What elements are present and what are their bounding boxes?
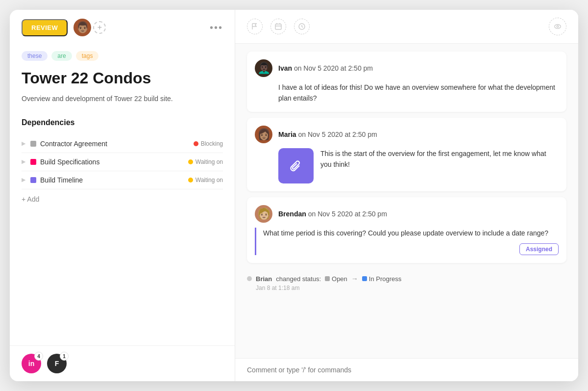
comment-meta: Brendan on Nov 5 2020 at 2:50 pm (278, 210, 387, 218)
add-member-button[interactable]: + (93, 21, 106, 34)
status-label: Waiting on (196, 158, 223, 165)
assigned-badge[interactable]: Assigned (519, 243, 559, 255)
comment-text: I have a lot of ideas for this! Do we ha… (278, 82, 559, 104)
tag-are[interactable]: are (51, 51, 72, 61)
avatar-brendan (255, 205, 272, 223)
right-panel: Ivan on Nov 5 2020 at 2:50 pm I have a l… (235, 10, 578, 381)
svg-rect-0 (275, 24, 281, 29)
tag-tags[interactable]: tags (76, 51, 99, 61)
dep-color (30, 159, 36, 165)
comment-block: Maria on Nov 5 2020 at 2:50 pm This is t… (247, 118, 566, 191)
status-dot-waiting (188, 159, 193, 164)
comment-text: This is the start of the overview for th… (320, 148, 559, 170)
dependency-item[interactable]: ▶ Contractor Agreement Blocking (22, 135, 223, 153)
dep-name: Build Specifications (40, 158, 184, 166)
dep-color (30, 141, 36, 147)
status-label: Waiting on (196, 177, 223, 183)
comment-author-line: Ivan on Nov 5 2020 at 2:50 pm (278, 64, 373, 72)
status-action: changed status: (276, 275, 321, 283)
comment-author: Ivan (278, 64, 292, 72)
calendar-icon-button[interactable] (270, 19, 286, 34)
svg-point-2 (555, 25, 561, 28)
right-header (235, 10, 578, 44)
dep-status: Waiting on (188, 177, 223, 183)
right-footer (235, 358, 578, 381)
avatar-maria (255, 126, 272, 143)
left-header: REVIEW + ••• (10, 10, 235, 45)
more-options-button[interactable]: ••• (210, 22, 223, 33)
assigned-row: Assigned (287, 243, 559, 255)
left-panel: REVIEW + ••• these are tags Tower 22 Con… (10, 10, 235, 381)
comment-author-line: Maria on Nov 5 2020 at 2:50 pm (278, 130, 377, 138)
tag-these[interactable]: these (22, 51, 48, 61)
dep-status: Blocking (194, 140, 223, 147)
expand-icon: ▶ (22, 177, 25, 183)
comment-header: Maria on Nov 5 2020 at 2:50 pm (255, 126, 559, 143)
dep-status: Waiting on (188, 158, 223, 165)
status-label: Blocking (201, 140, 223, 147)
comment-with-attachment: This is the start of the overview for th… (278, 148, 559, 183)
left-footer: in 4 F 1 (10, 345, 235, 381)
review-button[interactable]: REVIEW (22, 19, 68, 36)
notion-count: 4 (34, 352, 43, 361)
comment-block-brendan: Brendan on Nov 5 2020 at 2:50 pm What ti… (247, 197, 566, 263)
eye-icon-button[interactable] (549, 18, 566, 35)
status-arrow: → (351, 275, 358, 283)
dep-name: Build Timeline (40, 176, 184, 184)
dependency-list: ▶ Contractor Agreement Blocking ▶ Build … (22, 135, 223, 189)
figma-icon: F (55, 360, 59, 367)
doc-title: Tower 22 Condos (22, 69, 223, 87)
comment-block: Ivan on Nov 5 2020 at 2:50 pm I have a l… (247, 52, 566, 112)
figma-count: 1 (60, 352, 69, 361)
comment-text-brendan: What time period is this covering? Could… (255, 228, 559, 255)
svg-point-3 (557, 26, 559, 27)
comments-area: Ivan on Nov 5 2020 at 2:50 pm I have a l… (235, 44, 578, 358)
comment-meta: Maria on Nov 5 2020 at 2:50 pm (278, 130, 377, 138)
doc-description: Overview and development of Tower 22 bui… (22, 93, 223, 104)
dep-name: Contractor Agreement (40, 140, 190, 148)
avatar (74, 19, 91, 36)
add-dependency-button[interactable]: + Add (22, 195, 223, 203)
notion-badge[interactable]: in 4 (22, 354, 41, 373)
expand-icon: ▶ (22, 158, 25, 165)
comment-input[interactable] (247, 366, 566, 374)
status-change-row: Brian changed status: Open → In Progress (247, 275, 566, 283)
status-dot-waiting (188, 178, 193, 182)
tags-row: these are tags (22, 51, 223, 61)
avatar-group: + (74, 19, 106, 36)
dependency-item[interactable]: ▶ Build Specifications Waiting on (22, 153, 223, 171)
avatar-ivan (255, 59, 272, 77)
comment-meta: Ivan on Nov 5 2020 at 2:50 pm (278, 64, 373, 72)
status-change-block: Brian changed status: Open → In Progress… (247, 269, 566, 297)
comment-author: Brendan (278, 210, 306, 218)
status-timestamp: Jan 8 at 1:18 am (247, 285, 566, 291)
app-container: REVIEW + ••• these are tags Tower 22 Con… (10, 10, 578, 381)
comment-header: Brendan on Nov 5 2020 at 2:50 pm (255, 205, 559, 223)
left-content: these are tags Tower 22 Condos Overview … (10, 45, 235, 345)
flag-icon-button[interactable] (247, 19, 263, 34)
attachment-thumbnail[interactable] (278, 148, 314, 183)
dependency-item[interactable]: ▶ Build Timeline Waiting on (22, 171, 223, 189)
dependencies-heading: Dependencies (22, 118, 223, 127)
comment-timestamp: on Nov 5 2020 at 2:50 pm (294, 64, 373, 72)
dep-color (30, 177, 36, 183)
clock-icon-button[interactable] (294, 19, 310, 34)
figma-badge[interactable]: F 1 (47, 354, 67, 373)
status-dot-blocking (194, 141, 198, 146)
comment-author-line: Brendan on Nov 5 2020 at 2:50 pm (278, 210, 387, 218)
comment-text: What time period is this covering? Could… (263, 228, 559, 238)
comment-timestamp: on Nov 5 2020 at 2:50 pm (298, 130, 377, 138)
notion-icon: in (28, 360, 34, 367)
comment-author: Maria (278, 130, 296, 138)
status-change-dot (247, 276, 252, 281)
comment-timestamp: on Nov 5 2020 at 2:50 pm (308, 210, 387, 218)
status-actor: Brian (256, 275, 272, 283)
comment-header: Ivan on Nov 5 2020 at 2:50 pm (255, 59, 559, 77)
status-to: In Progress (362, 275, 401, 283)
status-from: Open (325, 275, 347, 283)
expand-icon: ▶ (22, 140, 25, 147)
